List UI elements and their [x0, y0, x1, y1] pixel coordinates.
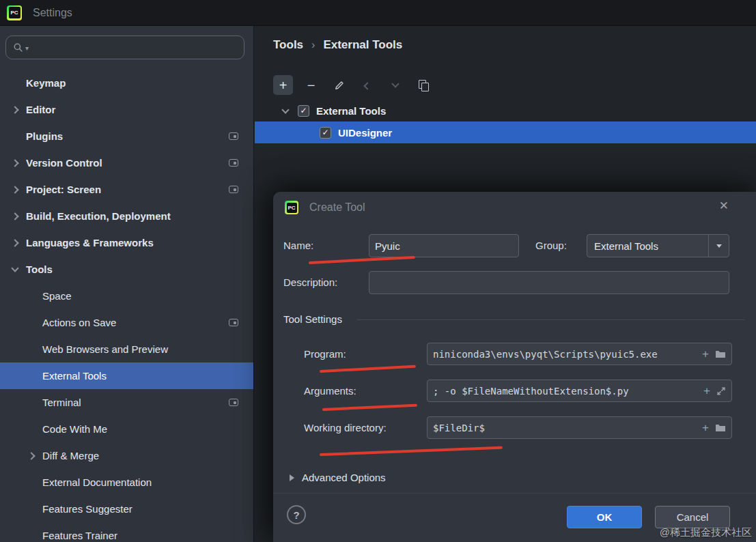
program-value: niniconda3\envs\pyqt\Scripts\pyuic5.exe: [433, 349, 658, 360]
sidebar-item-languages-frameworks[interactable]: Languages & Frameworks: [0, 229, 253, 256]
tree-item-label: UIDesigner: [338, 127, 392, 139]
expand-field-icon[interactable]: [716, 386, 726, 396]
pencil-icon: [334, 80, 345, 91]
folder-browse-icon[interactable]: [715, 423, 726, 432]
expand-chevron-icon: [281, 106, 289, 113]
folder-browse-icon[interactable]: [715, 350, 726, 358]
window-title: Settings: [33, 7, 72, 19]
sidebar-item-editor[interactable]: Editor: [0, 96, 253, 123]
section-divider: [356, 319, 744, 320]
sidebar-item-build-execution-deployment[interactable]: Build, Execution, Deployment: [0, 203, 253, 229]
move-up-button[interactable]: [357, 75, 377, 95]
settings-nav: Keymap Editor Plugins Version Control Pr…: [0, 70, 253, 542]
insert-macro-icon[interactable]: +: [703, 385, 710, 397]
move-down-button[interactable]: [385, 75, 405, 95]
chevron-right-icon: [290, 474, 294, 481]
tree-group-label: External Tools: [316, 105, 386, 117]
sidebar-item-tools[interactable]: Tools: [0, 256, 253, 283]
insert-macro-icon[interactable]: +: [702, 348, 709, 360]
tool-settings-section-title: Tool Settings: [283, 313, 342, 325]
copy-icon: [419, 80, 428, 90]
dialog-title: Create Tool: [309, 201, 365, 214]
search-icon: [13, 42, 23, 53]
check-icon: ✓: [322, 128, 328, 137]
working-directory-value: $FileDir$: [433, 423, 485, 433]
group-label: Group:: [535, 234, 567, 257]
pycharm-settings-window: PC Settings ▾ Keymap Editor Plugins Vers…: [0, 0, 756, 542]
arrow-down-icon: [391, 80, 399, 87]
sidebar-item-external-tools[interactable]: External Tools: [0, 362, 253, 389]
sidebar-item-diff-merge[interactable]: Diff & Merge: [0, 442, 253, 469]
working-directory-input[interactable]: $FileDir$ +: [427, 416, 732, 439]
uidesigner-checkbox[interactable]: ✓: [320, 127, 331, 139]
sidebar-item-space[interactable]: Space: [0, 283, 253, 309]
add-tool-button[interactable]: +: [273, 75, 293, 95]
external-tools-tree: ✓ External Tools ✓ UIDesigner: [255, 100, 756, 143]
chevron-down-icon: [11, 264, 18, 272]
chevron-right-icon: [11, 106, 18, 113]
sidebar-item-features-trainer[interactable]: Features Trainer: [0, 522, 253, 542]
watermark: @稀土掘金技术社区: [660, 526, 752, 539]
program-label: Program:: [304, 343, 346, 366]
description-input[interactable]: [369, 271, 729, 294]
program-input[interactable]: niniconda3\envs\pyqt\Scripts\pyuic5.exe …: [427, 343, 732, 365]
sidebar-item-plugins[interactable]: Plugins: [0, 123, 253, 149]
remove-tool-button[interactable]: −: [301, 75, 321, 95]
cancel-button[interactable]: Cancel: [655, 506, 730, 528]
advanced-options-toggle[interactable]: Advanced Options: [290, 472, 386, 483]
group-select-value: External Tools: [587, 240, 658, 252]
arrow-up-icon: [363, 82, 371, 89]
close-icon[interactable]: ✕: [719, 200, 729, 212]
sidebar-item-web-browsers-and-preview[interactable]: Web Browsers and Preview: [0, 336, 253, 362]
external-tools-group-checkbox[interactable]: ✓: [298, 105, 309, 117]
tree-item-uidesigner[interactable]: ✓ UIDesigner: [255, 122, 756, 143]
chevron-right-icon: [11, 159, 18, 167]
breadcrumb-separator: ›: [311, 39, 315, 51]
sidebar-item-external-documentation[interactable]: External Documentation: [0, 469, 253, 496]
copy-tool-button[interactable]: [413, 75, 433, 95]
advanced-options-label: Advanced Options: [302, 472, 386, 483]
search-options-caret-icon: ▾: [25, 44, 29, 52]
edit-tool-button[interactable]: [329, 75, 349, 95]
remove-icon: −: [307, 79, 316, 92]
group-select[interactable]: External Tools: [587, 234, 729, 257]
screen-icon: [229, 132, 238, 140]
tree-group-external-tools[interactable]: ✓ External Tools: [255, 100, 756, 122]
name-label: Name:: [283, 234, 313, 257]
breadcrumb-tools[interactable]: Tools: [273, 38, 303, 52]
screen-icon: [229, 159, 238, 167]
help-button[interactable]: ?: [287, 505, 306, 524]
group-dropdown-button[interactable]: [708, 235, 729, 257]
sidebar-item-features-suggester[interactable]: Features Suggester: [0, 496, 253, 522]
ok-button[interactable]: OK: [567, 506, 642, 528]
breadcrumb-external-tools: External Tools: [323, 38, 402, 52]
insert-macro-icon[interactable]: +: [702, 422, 709, 433]
screen-icon: [229, 186, 238, 193]
sidebar-item-version-control[interactable]: Version Control: [0, 149, 253, 176]
screen-icon: [229, 399, 238, 406]
tools-toolbar: + −: [273, 75, 433, 95]
breadcrumb: Tools › External Tools: [273, 38, 402, 52]
screen-icon: [229, 319, 238, 326]
chevron-right-icon: [11, 186, 18, 193]
chevron-right-icon: [11, 212, 18, 220]
sidebar-item-keymap[interactable]: Keymap: [0, 70, 253, 96]
add-icon: +: [279, 79, 288, 92]
titlebar: PC Settings: [0, 0, 756, 26]
sidebar-item-actions-on-save[interactable]: Actions on Save: [0, 309, 253, 336]
settings-sidebar: ▾ Keymap Editor Plugins Version Control …: [0, 26, 254, 542]
pycharm-logo-dialog: PC: [285, 201, 298, 214]
arguments-input[interactable]: ; -o $FileNameWithoutExtension$.py +: [427, 380, 732, 402]
sidebar-item-terminal[interactable]: Terminal: [0, 389, 253, 416]
chevron-right-icon: [11, 239, 18, 246]
chevron-right-icon: [27, 452, 35, 459]
sidebar-item-project-screen[interactable]: Project: Screen: [0, 176, 253, 203]
help-icon: ?: [293, 509, 299, 521]
footer-divider: [273, 493, 756, 494]
check-icon: ✓: [300, 106, 307, 115]
sidebar-item-code-with-me[interactable]: Code With Me: [0, 416, 253, 442]
pycharm-logo: PC: [7, 5, 22, 20]
settings-search-input[interactable]: ▾: [5, 35, 244, 59]
arguments-value: ; -o $FileNameWithoutExtension$.py: [433, 386, 629, 397]
name-input[interactable]: [369, 234, 519, 257]
